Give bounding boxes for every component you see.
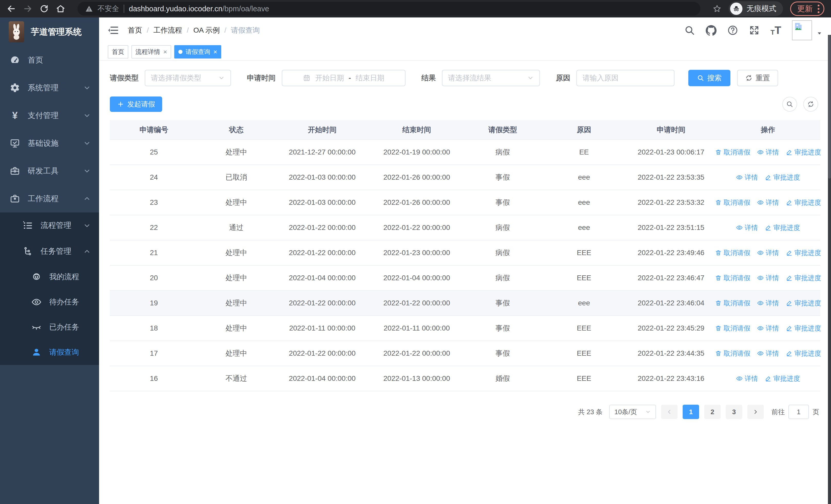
breadcrumb-oa[interactable]: OA 示例	[194, 25, 220, 35]
create-leave-button[interactable]: 发起请假	[110, 96, 162, 112]
total-count: 共 23 条	[578, 408, 603, 416]
avatar[interactable]	[792, 20, 812, 40]
browser-menu-icon[interactable]	[818, 5, 820, 13]
browser-update-button[interactable]: 更新	[790, 2, 824, 16]
breadcrumb-workflow[interactable]: 工作流程	[153, 25, 182, 35]
breadcrumb-home[interactable]: 首页	[128, 25, 142, 35]
cancel-leave-link[interactable]: 取消请假	[715, 324, 750, 333]
approval-progress-link[interactable]: 审批进度	[786, 148, 821, 157]
approval-progress-link[interactable]: 审批进度	[765, 223, 800, 232]
edit-pen-icon	[786, 199, 793, 206]
font-size-icon[interactable]: TT	[770, 25, 781, 36]
browser-scrollbar[interactable]	[828, 35, 831, 504]
sidebar-item-task-mgmt[interactable]: 任务管理	[0, 238, 99, 264]
table-row: 25 处理中 2021-12-27 00:00:00 2022-01-19 00…	[110, 140, 820, 165]
sidebar-item-system[interactable]: 系统管理	[0, 74, 99, 101]
search-button[interactable]: 搜索	[688, 70, 730, 86]
tag-process-detail[interactable]: 流程详情×	[132, 45, 171, 59]
detail-link[interactable]: 详情	[736, 374, 758, 383]
address-bar[interactable]: 不安全 dashboard.yudao.iocoder.cn/bpm/oa/le…	[78, 2, 700, 16]
goto-page-input[interactable]	[789, 405, 809, 419]
sidebar-item-todo-tasks[interactable]: 待办任务	[0, 290, 99, 315]
eye-icon	[757, 300, 764, 306]
cell-actions: 取消请假 详情 审批进度	[716, 190, 820, 215]
approval-progress-link[interactable]: 审批进度	[765, 173, 800, 182]
approval-progress-link[interactable]: 审批进度	[786, 299, 821, 308]
cancel-leave-link[interactable]: 取消请假	[715, 299, 750, 308]
scrollbar-thumb[interactable]	[828, 35, 831, 179]
next-page-button[interactable]	[747, 405, 764, 419]
tag-leave-query[interactable]: 请假查询×	[174, 45, 221, 59]
detail-link[interactable]: 详情	[757, 299, 779, 308]
approval-progress-link[interactable]: 审批进度	[765, 374, 800, 383]
detail-link[interactable]: 详情	[736, 173, 758, 182]
apply-time-range-picker[interactable]: 开始日期 - 结束日期	[282, 70, 405, 86]
forward-icon[interactable]	[23, 4, 32, 13]
sidebar-item-devtools[interactable]: 研发工具	[0, 157, 99, 185]
cancel-leave-link[interactable]: 取消请假	[715, 273, 750, 283]
detail-link[interactable]: 详情	[736, 223, 758, 232]
prev-page-button[interactable]	[661, 405, 678, 419]
cancel-leave-link[interactable]: 取消请假	[715, 198, 750, 207]
dashboard-icon	[10, 55, 20, 65]
cancel-leave-link[interactable]: 取消请假	[715, 349, 750, 358]
security-label[interactable]: 不安全	[97, 4, 119, 13]
caret-down-icon[interactable]	[816, 31, 822, 36]
table-row: 22 通过 2022-01-22 00:00:00 2022-01-22 00:…	[110, 215, 820, 240]
reset-button[interactable]: 重置	[737, 70, 778, 86]
approval-progress-link[interactable]: 审批进度	[786, 248, 821, 257]
edit-pen-icon	[786, 274, 793, 281]
reason-input[interactable]	[582, 74, 668, 82]
sidebar-item-infra[interactable]: 基础设施	[0, 129, 99, 157]
cell-status: 通过	[198, 215, 275, 240]
sidebar-item-payment[interactable]: ¥ 支付管理	[0, 101, 99, 129]
github-icon[interactable]	[706, 25, 717, 36]
approval-progress-link[interactable]: 审批进度	[786, 273, 821, 283]
detail-link[interactable]: 详情	[757, 248, 779, 257]
sidebar-item-leave-query[interactable]: 请假查询	[0, 340, 99, 365]
fullscreen-icon[interactable]	[749, 25, 760, 36]
detail-link[interactable]: 详情	[757, 198, 779, 207]
approval-progress-link[interactable]: 审批进度	[786, 198, 821, 207]
page-button-2[interactable]: 2	[704, 405, 721, 419]
bookmark-star-icon[interactable]	[713, 4, 721, 13]
help-icon[interactable]	[727, 25, 738, 36]
tag-home[interactable]: 首页	[108, 45, 128, 59]
sidebar-item-my-process[interactable]: 我的流程	[0, 264, 99, 290]
page-button-3[interactable]: 3	[726, 405, 742, 419]
page-button-1[interactable]: 1	[683, 405, 699, 419]
page-size-select[interactable]: 10条/页	[609, 405, 656, 419]
search-icon	[697, 75, 704, 82]
cancel-leave-link[interactable]: 取消请假	[715, 148, 750, 157]
result-select[interactable]: 请选择流结果	[442, 70, 540, 86]
sidebar-item-done-tasks[interactable]: 已办任务	[0, 315, 99, 340]
close-icon[interactable]: ×	[163, 49, 167, 55]
home-icon[interactable]	[56, 4, 65, 13]
sidebar-item-label: 待办任务	[49, 297, 79, 307]
leave-type-select[interactable]: 请选择请假类型	[145, 70, 231, 86]
cell-status: 处理中	[198, 140, 275, 165]
calendar-icon	[303, 74, 311, 82]
reload-icon[interactable]	[39, 4, 49, 13]
close-icon[interactable]: ×	[213, 49, 217, 55]
back-icon[interactable]	[7, 4, 16, 13]
show-search-button[interactable]	[782, 97, 797, 112]
approval-progress-link[interactable]: 审批进度	[786, 349, 821, 358]
approval-progress-link[interactable]: 审批进度	[786, 324, 821, 333]
sidebar-collapse-icon[interactable]	[108, 25, 119, 36]
detail-link[interactable]: 详情	[757, 349, 779, 358]
cell-status: 处理中	[198, 265, 275, 291]
cancel-leave-link[interactable]: 取消请假	[715, 248, 750, 257]
sidebar-item-workflow[interactable]: 工作流程	[0, 185, 99, 212]
refresh-table-button[interactable]	[803, 97, 818, 112]
header-search-icon[interactable]	[684, 25, 695, 36]
main-area: 首页 / 工作流程 / OA 示例 / 请假查询 TT	[99, 18, 831, 504]
sidebar-item-home[interactable]: 首页	[0, 46, 99, 74]
detail-link[interactable]: 详情	[757, 273, 779, 283]
page-url[interactable]: dashboard.yudao.iocoder.cn/bpm/oa/leave	[129, 5, 269, 13]
edit-pen-icon	[786, 325, 793, 331]
sidebar-item-process-mgmt[interactable]: 流程管理	[0, 212, 99, 238]
app-logo-row[interactable]: 芋道管理系统	[0, 18, 99, 46]
detail-link[interactable]: 详情	[757, 148, 779, 157]
detail-link[interactable]: 详情	[757, 324, 779, 333]
